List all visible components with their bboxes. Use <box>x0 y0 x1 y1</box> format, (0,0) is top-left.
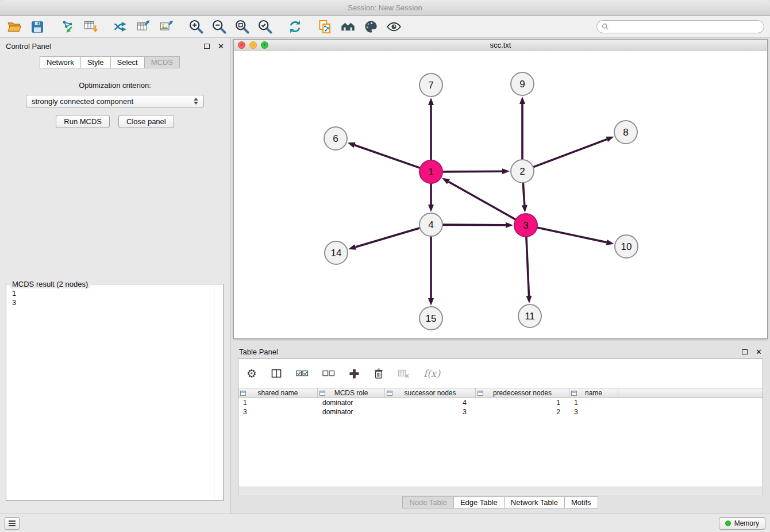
graph-node-7[interactable]: 7 <box>419 74 442 97</box>
deselect-all-rows-button[interactable] <box>322 369 335 377</box>
import-table-button[interactable] <box>82 18 99 36</box>
edge-3-11[interactable] <box>526 237 532 303</box>
edge-3-10[interactable] <box>537 228 614 245</box>
export-image-button[interactable] <box>157 18 175 36</box>
panel-toggle-button[interactable] <box>5 517 20 530</box>
zoom-in-button[interactable] <box>187 18 205 36</box>
control-panel-tabs: NetworkStyleSelectMCDS <box>0 56 230 68</box>
open-session-button[interactable] <box>6 18 23 36</box>
checked-boxes-icon <box>296 369 309 377</box>
column-edit-icon <box>319 391 325 396</box>
tab-edge-table[interactable]: Edge Table <box>453 496 505 508</box>
graph-node-9[interactable]: 9 <box>511 72 534 95</box>
tab-network[interactable]: Network <box>40 56 81 68</box>
network-canvas[interactable]: 7968124314101511 <box>234 51 767 338</box>
zoom-selected-icon <box>257 19 273 34</box>
float-table-panel-icon[interactable] <box>742 349 748 354</box>
export-table-button[interactable] <box>134 18 152 36</box>
graph-node-4[interactable]: 4 <box>419 213 442 236</box>
edge-4-14[interactable] <box>348 228 420 250</box>
arrowhead-icon <box>526 296 532 303</box>
edge-1-6[interactable] <box>348 142 420 168</box>
table-row[interactable]: 3dominator323 <box>238 407 763 417</box>
graph-node-11[interactable]: 11 <box>518 304 541 327</box>
edge-4-15[interactable] <box>428 236 434 306</box>
style-palette-button[interactable] <box>362 18 379 36</box>
export-table-icon <box>136 19 151 34</box>
zoom-out-button[interactable] <box>210 18 228 36</box>
column-header-name[interactable]: name <box>569 388 618 398</box>
graph-node-15[interactable]: 15 <box>419 307 442 330</box>
node-label: 1 <box>428 167 433 178</box>
zoom-window-icon[interactable] <box>261 41 268 49</box>
graph-node-14[interactable]: 14 <box>325 241 348 264</box>
delete-row-button[interactable] <box>374 368 384 379</box>
zoom-fit-button[interactable] <box>233 18 251 36</box>
close-window-icon[interactable] <box>238 41 245 49</box>
float-panel-icon[interactable] <box>204 44 210 49</box>
home-button[interactable] <box>339 18 356 36</box>
table-settings-gear-icon[interactable] <box>247 368 257 379</box>
minimize-window-icon[interactable] <box>249 41 257 49</box>
node-table-container: f(x) shared nameMCDS rolesuccessor nodes… <box>238 358 763 495</box>
column-header-label: shared name <box>257 389 298 397</box>
show-graphics-details-button[interactable] <box>385 18 402 36</box>
table-body: 1dominator4113dominator323 <box>238 398 763 417</box>
graph-node-2[interactable]: 2 <box>511 160 534 183</box>
search-field[interactable] <box>596 20 764 33</box>
edge-1-2[interactable] <box>442 168 510 174</box>
export-network-button[interactable] <box>111 18 129 36</box>
graph-node-1[interactable]: 1 <box>419 160 442 183</box>
result-scrollbar[interactable] <box>214 285 214 500</box>
tab-node-table[interactable]: Node Table <box>402 496 454 508</box>
import-network-button[interactable] <box>59 18 76 36</box>
column-header-shared-name[interactable]: shared name <box>238 388 318 398</box>
edge-2-3[interactable] <box>522 183 528 213</box>
refresh-button[interactable] <box>286 18 303 36</box>
graph-node-6[interactable]: 6 <box>324 127 347 150</box>
close-panel-icon[interactable] <box>218 43 224 50</box>
column-browser-icon[interactable] <box>271 368 282 379</box>
column-header-successor-nodes[interactable]: successor nodes <box>385 388 476 398</box>
dropdown-stepper-icon <box>194 98 198 105</box>
column-header-MCDS-role[interactable]: MCDS role <box>318 388 385 398</box>
node-label: 7 <box>428 80 433 91</box>
criterion-dropdown[interactable]: strongly connected component <box>26 95 204 107</box>
node-label: 14 <box>331 248 342 259</box>
table-row[interactable]: 1dominator411 <box>238 398 763 407</box>
tab-style[interactable]: Style <box>80 56 111 68</box>
network-window-titlebar[interactable]: scc.txt <box>234 40 767 51</box>
arrowhead-icon <box>348 142 356 148</box>
graph-node-8[interactable]: 8 <box>614 121 637 144</box>
table-cell: dominator <box>318 398 385 407</box>
main-toolbar <box>0 16 770 38</box>
close-table-panel-icon[interactable] <box>756 348 762 356</box>
control-panel-title: Control Panel <box>6 42 51 51</box>
run-mcds-button[interactable]: Run MCDS <box>56 115 110 128</box>
edge-2-8[interactable] <box>533 137 614 167</box>
select-all-rows-button[interactable] <box>296 369 309 377</box>
memory-button[interactable]: Memory <box>719 517 765 530</box>
edge-3-1[interactable] <box>442 178 515 219</box>
save-session-button[interactable] <box>29 18 46 36</box>
edge-4-3[interactable] <box>442 222 513 228</box>
tab-network-table[interactable]: Network Table <box>504 496 565 508</box>
search-input[interactable] <box>613 22 759 31</box>
edge-1-7[interactable] <box>428 98 434 160</box>
table-horizontal-scrollbar[interactable] <box>239 487 762 494</box>
zoom-out-icon <box>211 19 227 34</box>
graph-node-10[interactable]: 10 <box>615 235 638 258</box>
table-panel-tabs: Node TableEdge TableNetwork TableMotifs <box>233 496 768 508</box>
graph-node-3[interactable]: 3 <box>514 214 537 237</box>
tab-motifs[interactable]: Motifs <box>564 496 598 508</box>
column-header-predecessor-nodes[interactable]: predecessor nodes <box>476 388 569 398</box>
network-view-window: scc.txt 7968124314101511 <box>233 39 768 339</box>
edge-2-9[interactable] <box>519 97 525 160</box>
edge-1-4[interactable] <box>428 183 434 212</box>
close-panel-button[interactable]: Close panel <box>118 115 174 128</box>
add-row-button[interactable] <box>349 368 360 379</box>
tab-select[interactable]: Select <box>110 56 145 68</box>
zoom-selected-button[interactable] <box>256 18 274 36</box>
tab-mcds[interactable]: MCDS <box>144 56 180 68</box>
copy-view-button[interactable] <box>316 18 333 36</box>
